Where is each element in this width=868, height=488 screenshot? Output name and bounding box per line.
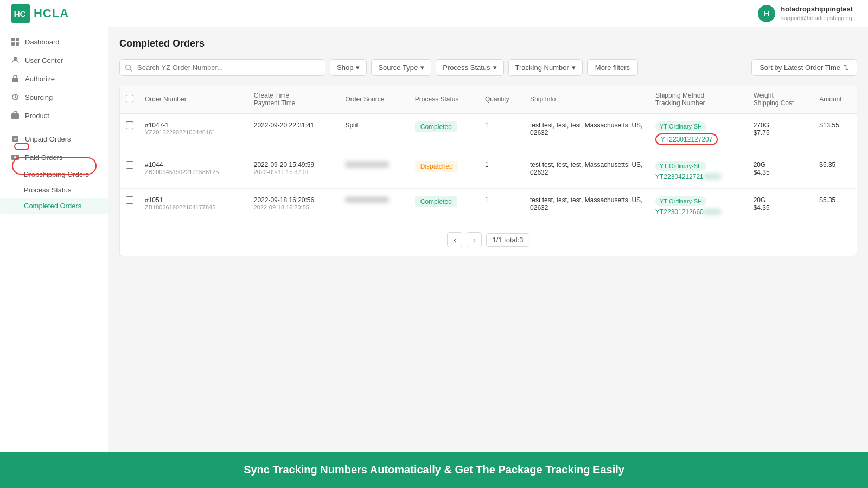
table-row: #1047-1YZ20132290221004461​612022-09-20 … (120, 114, 857, 153)
source-type-label: Source Type (378, 63, 418, 72)
authorize-icon (11, 74, 20, 83)
unpaid-icon (11, 134, 20, 143)
logo-text: HCLA (34, 7, 69, 21)
process-status-filter-button[interactable]: Process Status ▾ (436, 59, 503, 76)
tracking-number-filter-button[interactable]: Tracking Number ▾ (508, 59, 583, 76)
sort-button[interactable]: Sort by Latest Order Time ⇅ (751, 59, 857, 76)
sidebar-item-product[interactable]: Product (0, 106, 108, 125)
svg-rect-2 (16, 38, 19, 41)
user-info: holadropshippingtest support@holadropshi… (781, 5, 857, 22)
product-icon (11, 111, 20, 120)
row-process-status: Completed (410, 114, 480, 153)
row-process-status: Completed (410, 189, 480, 224)
tracking-number: YT22304212721XXXX (655, 173, 721, 181)
row-shipping-method: YT Ordinary-SHYT22304212721XXXX (650, 153, 748, 189)
col-order-number: Order Number (139, 85, 248, 114)
payment-time: 2022-09-18 16:20:55 (254, 204, 335, 210)
sidebar-item-dashboard[interactable]: Dashboard (0, 33, 108, 51)
search-input[interactable] (119, 59, 326, 76)
col-weight: Weight Shipping Cost (748, 85, 814, 114)
svg-rect-8 (11, 113, 19, 119)
row-checkbox[interactable] (126, 121, 133, 129)
order-source-blurred: XXXXXXXXXX (345, 161, 388, 169)
chevron-down-icon: ▾ (356, 63, 360, 72)
sidebar-label-user-center: User Center (25, 56, 63, 65)
row-order-number: #1051ZB18026190221041778​45 (139, 189, 248, 224)
row-quantity: 1 (480, 189, 525, 224)
sidebar-sub-dropshipping-orders[interactable]: Dropshipping Orders (0, 166, 108, 182)
table-row: #1051ZB18026190221041778​452022-09-18 16… (120, 189, 857, 224)
completed-orders-label: Completed Orders (24, 202, 81, 210)
paid-icon (11, 153, 20, 162)
svg-rect-6 (12, 78, 18, 82)
row-weight: 20G$4.35 (748, 189, 814, 224)
col-create-time-label: Create Time (254, 92, 289, 99)
sidebar-item-paid-orders[interactable]: Paid Orders (0, 148, 108, 166)
table-body: #1047-1YZ20132290221004461​612022-09-20 … (120, 114, 857, 224)
sort-label: Sort by Latest Order Time (760, 63, 840, 72)
order-num-sub: ZB20094519022101586125 (145, 169, 243, 175)
status-badge: Completed (415, 121, 457, 132)
shop-filter-label: Shop (337, 63, 353, 72)
tracking-number-highlighted: YT223012127207 (655, 133, 718, 145)
next-page-button[interactable]: › (467, 232, 482, 247)
col-shipping-method-label: Shipping Method (655, 92, 704, 99)
banner-text: Sync Tracking Numbers Automatically & Ge… (22, 464, 846, 476)
col-shipping-method: Shipping Method Tracking Number (650, 85, 748, 114)
dashboard-icon (11, 37, 20, 46)
order-num-primary: #1047-1 (145, 121, 243, 129)
page-title: Completed Orders (119, 38, 857, 49)
row-shipping-method: YT Ordinary-SHYT22301212660XXXX (650, 189, 748, 224)
row-order-source: XXXXXXXXXX (340, 153, 409, 189)
sidebar-item-unpaid-orders[interactable]: Unpaid Orders (0, 130, 108, 148)
table-header-row: Order Number Create Time Payment Time Or… (120, 85, 857, 114)
status-badge: Dispatched (415, 161, 458, 172)
sourcing-icon (11, 93, 20, 101)
more-filters-button[interactable]: More filters (587, 59, 638, 76)
svg-text:HC: HC (14, 9, 25, 18)
create-time: 2022-09-20 15:49:59 (254, 161, 335, 169)
bottom-banner: Sync Tracking Numbers Automatically & Ge… (0, 452, 868, 488)
col-amount: Amount (814, 85, 857, 114)
col-quantity: Quantity (480, 85, 525, 114)
filter-bar: Shop ▾ Source Type ▾ Process Status ▾ Tr… (119, 59, 857, 76)
sidebar-sub-completed-orders[interactable]: Completed Orders (0, 198, 108, 214)
sidebar-label-product: Product (25, 112, 49, 120)
header: HC HCLA H holadropshippingtest support@h… (0, 0, 868, 27)
sidebar-sub-process-status[interactable]: Process Status (0, 182, 108, 198)
select-all-checkbox[interactable] (126, 95, 133, 102)
sort-icon: ⇅ (843, 63, 849, 72)
sidebar-label-paid-orders: Paid Orders (25, 153, 62, 162)
user-name: holadropshippingtest (781, 5, 857, 14)
row-checkbox[interactable] (126, 161, 133, 169)
shipping-method-badge: YT Ordinary-SH (655, 121, 706, 131)
shipping-method-badge: YT Ordinary-SH (655, 161, 706, 171)
tracking-number: YT22301212660XXXX (655, 208, 721, 216)
row-ship-info: test test, test, test, Massachusetts, US… (525, 189, 650, 224)
avatar: H (758, 5, 775, 22)
order-num-sub: YZ20132290221004461​61 (145, 129, 243, 136)
user-icon (11, 56, 20, 65)
status-badge: Completed (415, 196, 457, 207)
chevron-down-icon-4: ▾ (572, 63, 576, 72)
sidebar-item-sourcing[interactable]: Sourcing (0, 88, 108, 106)
row-amount: $13.55 (814, 114, 857, 153)
row-order-number: #1047-1YZ20132290221004461​61 (139, 114, 248, 153)
col-payment-time-label: Payment Time (254, 99, 296, 107)
row-checkbox[interactable] (126, 196, 133, 204)
row-quantity: 1 (480, 114, 525, 153)
content-area: Completed Orders Shop ▾ Source Type ▾ Pr… (108, 27, 868, 452)
row-ship-info: test test, test, test, Massachusetts, US… (525, 114, 650, 153)
table-row: #1044ZB200945190221015861252022-09-20 15… (120, 153, 857, 189)
prev-page-button[interactable]: ‹ (447, 232, 462, 247)
col-shipping-cost-label: Shipping Cost (754, 99, 794, 107)
row-order-number: #1044ZB20094519022101586125 (139, 153, 248, 189)
svg-point-5 (14, 57, 17, 60)
sidebar-item-user-center[interactable]: User Center (0, 51, 108, 69)
sidebar-item-authorize[interactable]: Authorize (0, 69, 108, 88)
select-all-header (120, 85, 139, 114)
source-type-filter-button[interactable]: Source Type ▾ (371, 59, 431, 76)
shop-filter-button[interactable]: Shop ▾ (330, 59, 367, 76)
weight-value: 20G (754, 161, 809, 169)
pagination: ‹ › 1/1 total:3 (120, 223, 857, 256)
